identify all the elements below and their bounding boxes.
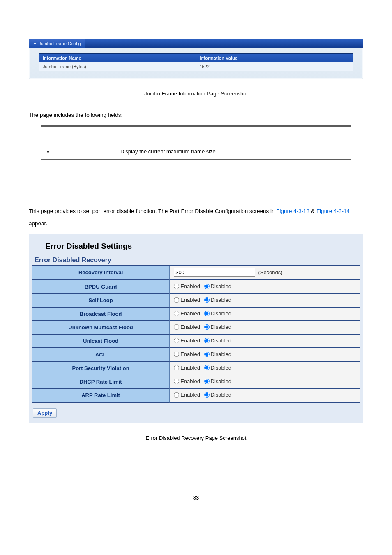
disabled-option[interactable]: Disabled — [204, 324, 232, 330]
bullet-icon — [53, 148, 111, 155]
link-figure-4-3-14[interactable]: Figure 4-3-14 — [316, 208, 350, 214]
enabled-label: Enabled — [180, 351, 200, 357]
page-number: 83 — [29, 495, 363, 501]
disabled-label: Disabled — [211, 338, 232, 344]
disabled-option[interactable]: Disabled — [204, 283, 232, 289]
para-text-2: & — [309, 208, 316, 214]
row-label: ACL — [32, 348, 170, 362]
enabled-radio[interactable] — [174, 338, 179, 343]
disabled-option[interactable]: Disabled — [204, 365, 232, 371]
para-text-3: appear. — [29, 220, 47, 227]
disabled-radio[interactable] — [204, 284, 210, 289]
row-value-cell: Enabled Disabled — [170, 321, 360, 335]
enabled-label: Enabled — [180, 283, 200, 289]
enabled-radio[interactable] — [174, 284, 179, 289]
disabled-radio[interactable] — [204, 338, 210, 343]
disabled-radio[interactable] — [204, 379, 210, 384]
row-value-cell: Enabled Disabled — [170, 294, 360, 308]
col-information-value: Information Value — [196, 54, 353, 62]
caption-error-disabled-recovery: Error Disabled Recovery Page Screenshot — [29, 435, 363, 441]
row-value-cell: Enabled Disabled — [170, 348, 360, 362]
disabled-label: Disabled — [211, 378, 232, 384]
row-value-cell: Enabled Disabled — [170, 280, 360, 294]
disabled-radio[interactable] — [204, 311, 210, 316]
table-row: Unknown Multicast FloodEnabled Disabled — [32, 321, 360, 335]
row-label: Port Security Violation — [32, 362, 170, 375]
jumbo-frame-bytes-value: 1522 — [196, 62, 353, 71]
enabled-radio[interactable] — [174, 392, 179, 398]
jumbo-frame-info-table: Information Name Information Value Jumbo… — [39, 53, 353, 71]
table-row: Port Security ViolationEnabled Disabled — [32, 362, 360, 375]
disabled-label: Disabled — [211, 310, 232, 317]
fields-bullet-cell — [41, 144, 115, 159]
enabled-radio[interactable] — [174, 352, 179, 357]
table-row: Self LoopEnabled Disabled — [32, 294, 360, 308]
enabled-option[interactable]: Enabled — [174, 351, 200, 357]
disabled-option[interactable]: Disabled — [204, 310, 232, 317]
disabled-radio[interactable] — [204, 365, 210, 370]
row-value-cell: Enabled Disabled — [170, 362, 360, 375]
row-value-cell: Enabled Disabled — [170, 389, 360, 403]
fields-table-wrap: Display the current maximum frame size. — [41, 125, 351, 160]
disabled-label: Disabled — [211, 365, 232, 371]
enabled-radio[interactable] — [174, 379, 179, 384]
panel-tab-row: Jumbo Frame Config — [29, 39, 363, 48]
col-information-name: Information Name — [39, 54, 196, 62]
enabled-label: Enabled — [180, 297, 200, 303]
error-disabled-subtitle: Error Disabled Recovery — [32, 255, 360, 266]
disabled-option[interactable]: Disabled — [204, 378, 232, 384]
disabled-option[interactable]: Disabled — [204, 351, 232, 357]
disabled-option[interactable]: Disabled — [204, 392, 232, 398]
enabled-label: Enabled — [180, 310, 200, 317]
tab-label: Jumbo Frame Config — [39, 41, 81, 46]
enabled-option[interactable]: Enabled — [174, 324, 200, 330]
disabled-label: Disabled — [211, 297, 232, 303]
port-error-disable-paragraph: This page provides to set port error dis… — [29, 205, 363, 229]
error-disabled-panel: Error Disabled Settings Error Disabled R… — [29, 234, 363, 423]
enabled-option[interactable]: Enabled — [174, 338, 200, 344]
disabled-radio[interactable] — [204, 324, 210, 330]
jumbo-frame-config-panel: Jumbo Frame Config Information Name Info… — [29, 39, 363, 79]
enabled-radio[interactable] — [174, 365, 179, 370]
apply-button[interactable]: Apply — [33, 408, 57, 418]
enabled-option[interactable]: Enabled — [174, 378, 200, 384]
enabled-option[interactable]: Enabled — [174, 297, 200, 303]
disabled-radio[interactable] — [204, 392, 210, 398]
disabled-label: Disabled — [211, 283, 232, 289]
disabled-label: Disabled — [211, 392, 232, 398]
link-figure-4-3-13[interactable]: Figure 4-3-13 — [276, 208, 309, 214]
table-row: DHCP Rate LimitEnabled Disabled — [32, 375, 360, 389]
table-row: Broadcast FloodEnabled Disabled — [32, 308, 360, 321]
disabled-radio[interactable] — [204, 352, 210, 357]
row-label: Unknown Multicast Flood — [32, 321, 170, 335]
row-label: Unicast Flood — [32, 335, 170, 348]
fields-header-right — [115, 126, 351, 144]
table-row: ARP Rate LimitEnabled Disabled — [32, 389, 360, 403]
enabled-option[interactable]: Enabled — [174, 392, 200, 398]
error-disabled-title: Error Disabled Settings — [29, 234, 363, 255]
enabled-label: Enabled — [180, 338, 200, 344]
enabled-radio[interactable] — [174, 297, 179, 303]
recovery-interval-cell: (Seconds) — [170, 266, 360, 280]
chevron-down-icon — [33, 43, 37, 45]
row-value-cell: Enabled Disabled — [170, 335, 360, 348]
recovery-interval-input[interactable] — [174, 268, 255, 277]
row-label: BPDU Guard — [32, 280, 170, 294]
jumbo-frame-config-tab[interactable]: Jumbo Frame Config — [29, 39, 85, 48]
table-row: Unicast FloodEnabled Disabled — [32, 335, 360, 348]
fields-header-left — [41, 126, 115, 144]
disabled-option[interactable]: Disabled — [204, 297, 232, 303]
enabled-radio[interactable] — [174, 311, 179, 316]
enabled-label: Enabled — [180, 365, 200, 371]
enabled-option[interactable]: Enabled — [174, 310, 200, 317]
error-disabled-recovery-table: Recovery Interval (Seconds) BPDU GuardEn… — [32, 266, 360, 403]
row-value-cell: Enabled Disabled — [170, 308, 360, 321]
disabled-option[interactable]: Disabled — [204, 338, 232, 344]
disabled-radio[interactable] — [204, 297, 210, 303]
row-label: DHCP Rate Limit — [32, 375, 170, 389]
para-text-1: This page provides to set port error dis… — [29, 208, 276, 214]
enabled-label: Enabled — [180, 324, 200, 330]
enabled-option[interactable]: Enabled — [174, 365, 200, 371]
enabled-radio[interactable] — [174, 324, 179, 330]
enabled-option[interactable]: Enabled — [174, 283, 200, 289]
